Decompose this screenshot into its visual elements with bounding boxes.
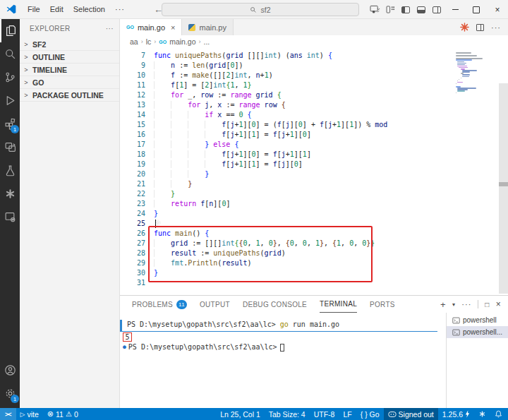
editor-scrollbar[interactable] (499, 83, 508, 294)
menu-edit[interactable]: Edit (45, 5, 68, 13)
menu-file[interactable]: File (23, 5, 45, 13)
indentation-status[interactable]: Tab Size: 4 (265, 408, 310, 420)
eol-status[interactable]: LF (339, 408, 356, 420)
tab-problems[interactable]: PROBLEMS 11 (132, 296, 187, 313)
code-line[interactable]: 14 if x == 0 { (120, 110, 508, 120)
split-editor-icon[interactable] (476, 24, 484, 31)
code-line[interactable]: 12 for _, row := range grid { (120, 90, 508, 100)
title-bar: File Edit Selection ··· ← → sf2 × (0, 0, 508, 19)
code-line[interactable]: 16 f[j+1][1] = f[j+1][0] (120, 130, 508, 140)
extension-pinwheel-status-icon[interactable] (474, 408, 490, 420)
activity-settings-editor-icon[interactable] (0, 205, 20, 229)
terminal-output[interactable]: PS D:\mysetup\gopath\src\sf2\aa\lc> go r… (120, 313, 446, 408)
tab-main-go[interactable]: GO main.go × (120, 19, 182, 35)
code-line[interactable]: 18 f[j+1][0] = f[j+1][1] (120, 150, 508, 160)
activity-run-debug-icon[interactable] (0, 89, 20, 112)
sidebar-more-icon[interactable]: ··· (106, 25, 114, 32)
breadcrumb-item[interactable]: ... (204, 37, 210, 46)
code-line[interactable]: 15 f[j+1][0] = (f[j][0] + f[j+1][1]) % m… (120, 120, 508, 130)
account-icon[interactable] (0, 359, 20, 382)
panel-more-actions-icon[interactable]: ··· (461, 300, 471, 308)
tab-debug-console[interactable]: DEBUG CONSOLE (243, 296, 307, 313)
code-line[interactable]: 21 } (120, 179, 508, 189)
close-panel-icon[interactable]: × (496, 299, 501, 309)
go-version-status[interactable]: 1.25.6 (438, 408, 474, 420)
warning-count: 0 (74, 410, 78, 419)
window-maximize-button[interactable] (466, 0, 487, 19)
language-mode[interactable]: { } Go (356, 408, 384, 420)
breadcrumb-item[interactable]: aa (130, 37, 138, 46)
terminal-prompt-line[interactable]: ●PS D:\mysetup\gopath\src\sf2\aa\lc> (120, 342, 446, 352)
panel-tab-label: PORTS (370, 301, 395, 308)
remote-indicator[interactable]: >< (0, 408, 16, 420)
code-line[interactable]: 13 for j, x := range row { (120, 100, 508, 110)
menu-selection[interactable]: Selection (68, 5, 110, 13)
tab-output[interactable]: OUTPUT (200, 296, 230, 313)
sidebar-item-sf2[interactable]: > SF2 (20, 38, 119, 51)
customize-layout-icon[interactable] (382, 0, 398, 19)
copilot-signin-status[interactable]: Signed out (384, 408, 438, 420)
activity-remote-explorer-icon[interactable] (0, 136, 20, 159)
toggle-panel-icon[interactable] (413, 0, 429, 19)
code-line[interactable]: 9 n := len(grid[0]) (120, 61, 508, 71)
line-number: 24 (120, 209, 145, 219)
tab-main-py[interactable]: main.py (182, 19, 234, 35)
code-line[interactable]: 10 f := make([][2]int, n+1) (120, 71, 508, 80)
tab-terminal[interactable]: TERMINAL (320, 296, 357, 313)
activity-explorer-icon[interactable] (0, 19, 20, 42)
toggle-sidebar-icon[interactable] (398, 0, 413, 19)
sidebar-item-timeline[interactable]: > TIMELINE (20, 64, 119, 76)
cursor-position[interactable]: Ln 25, Col 1 (216, 408, 265, 420)
notifications-bell-icon[interactable] (490, 408, 508, 420)
line-number: 26 (120, 229, 145, 239)
tab-close-icon[interactable]: × (171, 23, 175, 32)
terminal-dropdown-icon[interactable]: ▾ (452, 301, 455, 308)
menu-overflow[interactable]: ··· (110, 5, 130, 13)
annotation-result-box: 5 (123, 332, 132, 342)
section-label: GO (32, 78, 44, 87)
sidebar-item-package-outline[interactable]: > PACKAGE OUTLINE (20, 89, 119, 102)
lightning-icon (465, 410, 470, 418)
activity-pinwheel-extension-icon[interactable] (0, 182, 20, 205)
code-line[interactable]: 24} (120, 209, 508, 219)
sidebar-item-outline[interactable]: > OUTLINE (20, 51, 119, 64)
window-close-button[interactable]: × (487, 0, 508, 19)
code-line[interactable]: 17 } else { (120, 140, 508, 150)
activity-search-icon[interactable] (0, 42, 20, 66)
breadcrumb-item[interactable]: main.go (169, 37, 195, 46)
new-terminal-icon[interactable]: + (440, 299, 446, 310)
code-line[interactable]: 20 } (120, 169, 508, 179)
line-number: 16 (120, 130, 145, 140)
go-file-icon: GO (126, 25, 134, 30)
activity-testing-icon[interactable] (0, 159, 20, 182)
run-code-icon[interactable] (460, 23, 469, 32)
breadcrumb-item[interactable]: lc (146, 37, 152, 46)
terminal-instance-powershell-selected[interactable]: powershell... (447, 326, 508, 338)
sidebar-item-go[interactable]: > GO (20, 76, 119, 89)
settings-gear-icon[interactable]: 1 (0, 382, 20, 405)
code-line[interactable]: 23 return f[n][0] (120, 199, 508, 209)
code-line[interactable]: 11 f[1] = [2]int{1, 1} (120, 80, 508, 90)
command-search-box[interactable]: sf2 (162, 3, 359, 16)
tab-ports[interactable]: PORTS (370, 296, 395, 313)
problems-status[interactable]: ⊗ 11 ⚠ 0 (43, 408, 83, 420)
window-minimize-button[interactable] (445, 0, 466, 19)
terminal-instance-powershell[interactable]: powershell (447, 314, 508, 326)
editor-more-actions-icon[interactable]: ··· (491, 23, 501, 32)
encoding-status[interactable]: UTF-8 (310, 408, 339, 420)
code-line[interactable]: 7func uniquePaths(grid [][]int) (ans int… (120, 51, 508, 61)
terminal-command-line: PS D:\mysetup\gopath\src\sf2\aa\lc> go r… (120, 320, 437, 332)
open-remote-window-icon[interactable] (367, 0, 382, 19)
code-editor[interactable]: 7func uniquePaths(grid [][]int) (ans int… (120, 48, 508, 295)
activity-extensions-icon[interactable]: 1 (0, 112, 20, 136)
run-task-vite[interactable]: ▷ vite (16, 408, 43, 420)
activity-source-control-icon[interactable] (0, 66, 20, 89)
maximize-panel-icon[interactable]: □ (485, 301, 489, 308)
code-line[interactable]: 22 } (120, 189, 508, 199)
explorer-sidebar: EXPLORER ··· > SF2 > OUTLINE > TIMELINE … (20, 19, 120, 408)
code-line[interactable]: 19 f[j+1][1] = f[j][0] (120, 160, 508, 169)
minimap[interactable] (456, 52, 498, 95)
toggle-secondary-sidebar-icon[interactable] (429, 0, 445, 19)
signin-label: Signed out (399, 410, 434, 419)
line-number: 31 (120, 278, 145, 288)
